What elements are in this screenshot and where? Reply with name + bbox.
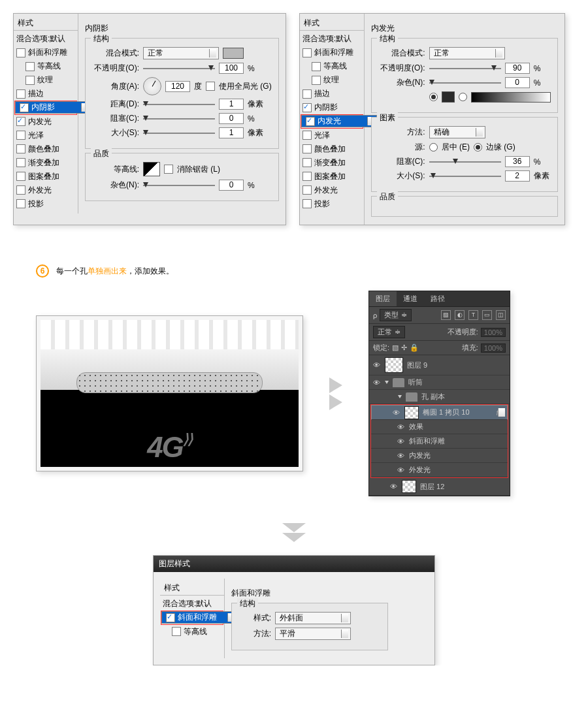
choke-input[interactable]: 0: [219, 113, 244, 124]
effect-bevel[interactable]: 👁斜面和浮雕: [371, 434, 508, 449]
bevel-technique-select[interactable]: 平滑: [275, 628, 351, 640]
source-edge-radio[interactable]: [474, 143, 482, 152]
effects-row[interactable]: 👁效果: [371, 420, 508, 434]
style-grad-overlay[interactable]: 渐变叠加: [300, 156, 364, 170]
filter-pixel-icon[interactable]: ▧: [441, 310, 451, 320]
blend-mode-select[interactable]: 正常: [429, 47, 505, 59]
blend-options[interactable]: 混合选项:默认: [300, 32, 364, 46]
opacity-slider[interactable]: [143, 64, 215, 73]
glow-gradient-radio[interactable]: [459, 93, 467, 101]
size-slider[interactable]: [143, 129, 215, 138]
lock-position-icon[interactable]: ✢: [401, 343, 407, 352]
visibility-icon[interactable]: 👁: [396, 423, 405, 431]
color-swatch[interactable]: [223, 48, 244, 59]
effect-outer-glow[interactable]: 👁外发光: [371, 463, 508, 477]
visibility-icon[interactable]: 👁: [396, 438, 405, 445]
distance-slider[interactable]: [143, 100, 215, 109]
glow-color-radio[interactable]: [429, 93, 438, 101]
noise-slider[interactable]: [143, 181, 215, 190]
tab-paths[interactable]: 路径: [424, 291, 451, 306]
filter-adjust-icon[interactable]: ◐: [455, 310, 465, 320]
style-contour[interactable]: 等高线: [300, 59, 364, 73]
visibility-icon[interactable]: 👁: [396, 466, 405, 474]
style-grad-overlay[interactable]: 渐变叠加: [14, 156, 78, 170]
style-color-overlay[interactable]: 颜色叠加: [14, 142, 78, 156]
style-inner-glow[interactable]: 内发光: [14, 115, 78, 129]
lock-all-icon[interactable]: 🔒: [410, 343, 419, 352]
global-light-checkbox[interactable]: [206, 82, 215, 91]
opacity-slider[interactable]: [429, 64, 501, 73]
glow-color-swatch[interactable]: [442, 91, 455, 103]
bevel-style-select[interactable]: 外斜面: [275, 612, 351, 624]
angle-dial[interactable]: [143, 77, 161, 95]
blend-mode-select[interactable]: 正常 ≑: [373, 326, 405, 338]
filter-shape-icon[interactable]: ▭: [482, 310, 492, 320]
blend-mode-select[interactable]: 正常: [143, 47, 219, 59]
visibility-icon[interactable]: 👁: [396, 452, 405, 460]
style-pattern-overlay[interactable]: 图案叠加: [14, 170, 78, 183]
noise-input[interactable]: 0: [505, 77, 530, 88]
effect-inner-glow[interactable]: 👁内发光: [371, 449, 508, 463]
distance-input[interactable]: 1: [219, 99, 244, 110]
layers-panel: 图层 通道 路径 ρ 类型 ≑ ▧ ◐ T ▭ ◫ 正常 ≑ 不透明度: 100…: [368, 291, 510, 496]
size-input[interactable]: 2: [505, 170, 530, 182]
style-bevel[interactable]: 斜面和浮雕: [161, 611, 237, 624]
style-texture[interactable]: 纹理: [14, 73, 78, 87]
blend-options[interactable]: 混合选项:默认: [14, 32, 78, 46]
blend-options[interactable]: 混合选项:默认: [160, 597, 224, 611]
style-texture[interactable]: 纹理: [300, 73, 364, 87]
style-inner-glow[interactable]: 内发光: [301, 115, 377, 127]
layer-row[interactable]: 👁图层 12: [369, 478, 510, 496]
fill-value[interactable]: 100%: [481, 343, 506, 353]
antialias-checkbox[interactable]: [164, 165, 173, 174]
visibility-icon[interactable]: 👁: [372, 379, 381, 387]
style-bevel[interactable]: 斜面和浮雕: [300, 46, 364, 59]
contour-picker[interactable]: [143, 162, 160, 176]
kind-select[interactable]: 类型 ≑: [380, 309, 412, 321]
lock-pixels-icon[interactable]: ▧: [392, 343, 399, 352]
technique-select[interactable]: 精确: [429, 126, 485, 138]
angle-input[interactable]: 120: [165, 81, 190, 92]
style-inner-shadow[interactable]: 内阴影: [300, 101, 364, 114]
arrow-right-icon: [329, 377, 342, 410]
choke-input[interactable]: 36: [505, 156, 530, 167]
size-slider[interactable]: [429, 172, 501, 181]
style-outer-glow[interactable]: 外发光: [300, 183, 364, 197]
style-contour[interactable]: 等高线: [160, 625, 224, 639]
style-contour[interactable]: 等高线: [14, 59, 78, 73]
source-center-radio[interactable]: [429, 143, 438, 152]
opacity-input[interactable]: 100: [219, 63, 244, 74]
style-stroke[interactable]: 描边: [300, 87, 364, 101]
style-satin[interactable]: 光泽: [14, 129, 78, 142]
filter-type-icon[interactable]: T: [468, 310, 478, 320]
style-bevel[interactable]: 斜面和浮雕: [14, 46, 78, 59]
visibility-icon[interactable]: 👁: [372, 361, 381, 369]
noise-input[interactable]: 0: [219, 180, 244, 191]
opacity-value[interactable]: 100%: [481, 328, 506, 337]
choke-slider[interactable]: [143, 114, 215, 123]
visibility-icon[interactable]: 👁: [391, 409, 400, 417]
style-stroke[interactable]: 描边: [14, 87, 78, 101]
filter-smart-icon[interactable]: ◫: [496, 310, 506, 320]
style-drop-shadow[interactable]: 投影: [300, 197, 364, 211]
style-pattern-overlay[interactable]: 图案叠加: [300, 170, 364, 183]
opacity-input[interactable]: 90: [505, 63, 530, 74]
layer-ellipse[interactable]: 👁椭圆 1 拷贝 10fx: [371, 405, 508, 420]
visibility-icon[interactable]: 👁: [389, 483, 398, 490]
style-drop-shadow[interactable]: 投影: [14, 197, 78, 211]
fx-badge[interactable]: fx: [496, 409, 504, 417]
style-inner-shadow[interactable]: 内阴影: [15, 101, 91, 114]
layer-row[interactable]: 👁图层 9: [369, 355, 510, 375]
style-satin[interactable]: 光泽: [300, 129, 364, 142]
layer-group[interactable]: 👁听筒: [369, 375, 510, 390]
style-color-overlay[interactable]: 颜色叠加: [300, 142, 364, 156]
tab-layers[interactable]: 图层: [369, 291, 397, 306]
layer-subgroup[interactable]: 孔 副本: [369, 390, 510, 404]
style-outer-glow[interactable]: 外发光: [14, 183, 78, 197]
choke-slider[interactable]: [429, 157, 501, 167]
filter-kind-icon[interactable]: ρ: [373, 311, 377, 319]
glow-gradient-picker[interactable]: [471, 92, 551, 103]
tab-channels[interactable]: 通道: [397, 291, 424, 306]
noise-slider[interactable]: [429, 78, 501, 88]
size-input[interactable]: 1: [219, 127, 244, 138]
